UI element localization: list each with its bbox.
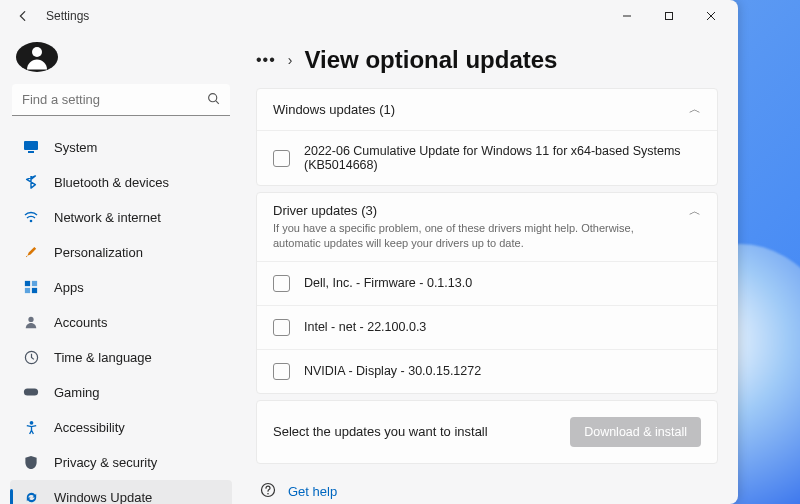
titlebar: Settings [0,0,738,32]
monitor-icon [22,138,40,156]
section-title: Driver updates (3) [273,203,653,218]
sidebar-item-label: Network & internet [54,210,161,225]
sidebar-item-label: Gaming [54,385,100,400]
update-row: 2022-06 Cumulative Update for Windows 11… [257,130,717,185]
search-input[interactable] [12,84,230,116]
brush-icon [22,243,40,261]
svg-point-12 [28,317,33,322]
svg-rect-14 [24,388,38,395]
help-icon [260,482,276,501]
get-help-link[interactable]: Get help [288,484,337,499]
sidebar-item-label: Apps [54,280,84,295]
update-row: Intel - net - 22.100.0.3 [257,305,717,349]
update-row: Dell, Inc. - Firmware - 0.1.13.0 [257,261,717,305]
search-icon [207,92,220,108]
wifi-icon [22,208,40,226]
svg-rect-8 [25,281,30,286]
update-label: Dell, Inc. - Firmware - 0.1.13.0 [304,276,472,290]
checkbox[interactable] [273,363,290,380]
maximize-button[interactable] [648,1,690,31]
accessibility-icon [22,418,40,436]
update-label: Intel - net - 22.100.0.3 [304,320,426,334]
search-wrap [12,84,230,116]
sidebar-item-apps[interactable]: Apps [10,270,232,304]
update-icon [22,488,40,504]
close-button[interactable] [690,1,732,31]
svg-rect-9 [32,281,37,286]
sidebar-item-time-language[interactable]: Time & language [10,340,232,374]
driver-updates-header[interactable]: Driver updates (3) If you have a specifi… [257,193,717,261]
sidebar-item-label: System [54,140,97,155]
update-label: NVIDIA - Display - 30.0.15.1272 [304,364,481,378]
gamepad-icon [22,383,40,401]
sidebar-item-label: Time & language [54,350,152,365]
install-prompt: Select the updates you want to install [273,424,488,439]
sidebar-item-label: Privacy & security [54,455,157,470]
help-row: Get help [256,470,718,504]
grid-icon [22,278,40,296]
svg-rect-5 [24,141,38,150]
sidebar-item-label: Personalization [54,245,143,260]
page-title: View optional updates [304,46,557,74]
breadcrumb: ••• › View optional updates [256,46,718,74]
minimize-button[interactable] [606,1,648,31]
section-subtitle: If you have a specific problem, one of t… [273,221,653,251]
sidebar-item-network[interactable]: Network & internet [10,200,232,234]
sidebar-item-label: Windows Update [54,490,152,505]
svg-rect-6 [28,151,34,153]
download-install-button[interactable]: Download & install [570,417,701,447]
svg-point-17 [267,493,269,495]
install-card: Select the updates you want to install D… [256,400,718,464]
sidebar-item-label: Accounts [54,315,107,330]
sidebar-item-accessibility[interactable]: Accessibility [10,410,232,444]
sidebar-item-personalization[interactable]: Personalization [10,235,232,269]
sidebar-item-bluetooth[interactable]: Bluetooth & devices [10,165,232,199]
sidebar-item-accounts[interactable]: Accounts [10,305,232,339]
update-row: NVIDIA - Display - 30.0.15.1272 [257,349,717,393]
windows-updates-section: Windows updates (1) ︿ 2022-06 Cumulative… [256,88,718,186]
shield-icon [22,453,40,471]
bluetooth-icon [22,173,40,191]
sidebar-item-label: Bluetooth & devices [54,175,169,190]
sidebar-item-privacy[interactable]: Privacy & security [10,445,232,479]
back-button[interactable] [14,7,32,25]
windows-updates-header[interactable]: Windows updates (1) ︿ [257,89,717,130]
sidebar-item-label: Accessibility [54,420,125,435]
svg-point-15 [29,420,33,424]
globe-clock-icon [22,348,40,366]
chevron-up-icon: ︿ [689,101,701,118]
svg-rect-10 [25,288,30,293]
update-label: 2022-06 Cumulative Update for Windows 11… [304,144,701,172]
sidebar-item-gaming[interactable]: Gaming [10,375,232,409]
window-title: Settings [46,9,89,23]
checkbox[interactable] [273,319,290,336]
nav: System Bluetooth & devices Network & int… [10,130,232,504]
checkbox[interactable] [273,150,290,167]
svg-point-2 [32,47,42,57]
sidebar: System Bluetooth & devices Network & int… [0,32,242,504]
svg-rect-11 [32,288,37,293]
driver-updates-section: Driver updates (3) If you have a specifi… [256,192,718,394]
svg-rect-1 [666,13,673,20]
breadcrumb-ellipsis[interactable]: ••• [256,51,276,69]
checkbox[interactable] [273,275,290,292]
svg-line-4 [216,101,219,104]
sidebar-item-system[interactable]: System [10,130,232,164]
avatar[interactable] [16,42,58,72]
window-controls [606,1,732,31]
chevron-right-icon: › [288,52,293,68]
chevron-up-icon: ︿ [689,203,701,220]
settings-window: Settings [0,0,738,504]
section-title: Windows updates (1) [273,102,395,117]
svg-point-3 [209,94,217,102]
sidebar-item-windows-update[interactable]: Windows Update [10,480,232,504]
person-icon [22,313,40,331]
svg-point-7 [30,220,33,223]
main-content: ••• › View optional updates Windows upda… [242,32,738,504]
